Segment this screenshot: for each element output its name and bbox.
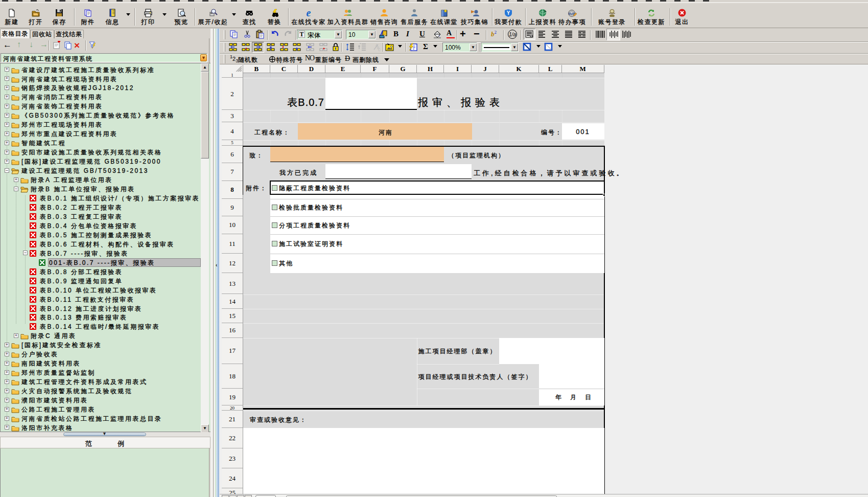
svg-text:C: C bbox=[378, 48, 381, 52]
svg-text:1/a: 1/a bbox=[509, 32, 516, 37]
svg-text:Y: Y bbox=[507, 10, 510, 16]
